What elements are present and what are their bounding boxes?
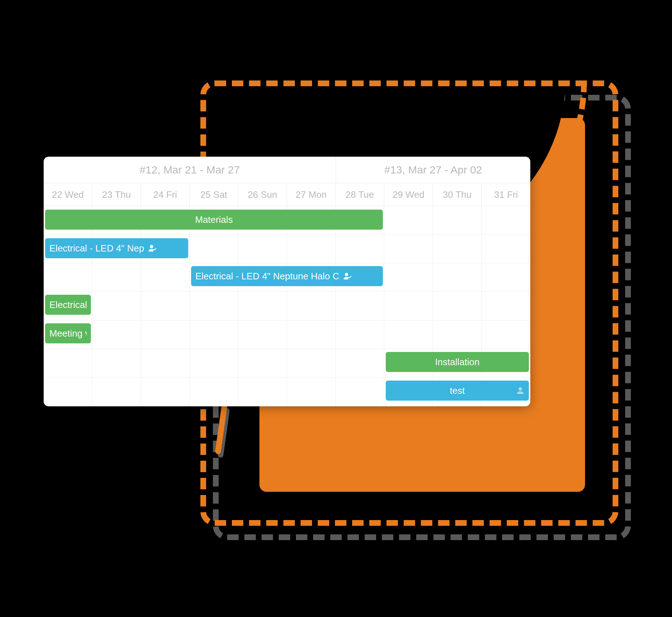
gantt-bar-label: Electrical: [49, 295, 87, 315]
day-col-7[interactable]: 29 Wed: [384, 183, 433, 206]
day-col-2[interactable]: 24 Fri: [141, 183, 190, 206]
gantt-bar-label: test: [450, 381, 465, 401]
day-col-9[interactable]: 31 Fri: [482, 183, 530, 206]
user-check-icon: [343, 271, 353, 281]
gantt-bar-label: Installation: [435, 352, 479, 372]
day-col-1[interactable]: 23 Thu: [92, 183, 141, 206]
gantt-grid[interactable]: Materials Electrical - LED 4" Nep Electr…: [44, 206, 530, 406]
user-icon: [515, 386, 525, 396]
day-col-5[interactable]: 27 Mon: [287, 183, 336, 206]
day-col-8[interactable]: 30 Thu: [433, 183, 482, 206]
gantt-bar-meeting[interactable]: Meeting v: [45, 323, 91, 343]
week-label-2[interactable]: #13, Mar 27 - Apr 02: [336, 157, 530, 183]
week-header: #12, Mar 21 - Mar 27 #13, Mar 27 - Apr 0…: [44, 157, 530, 183]
day-header: 22 Wed 23 Thu 24 Fri 25 Sat 26 Sun 27 Mo…: [44, 183, 530, 206]
day-col-4[interactable]: 26 Sun: [238, 183, 287, 206]
gantt-card: #12, Mar 21 - Mar 27 #13, Mar 27 - Apr 0…: [44, 157, 530, 406]
week-label-1[interactable]: #12, Mar 21 - Mar 27: [44, 157, 336, 183]
gantt-bar-materials[interactable]: Materials: [45, 210, 383, 230]
gantt-bar-test[interactable]: test: [386, 381, 529, 401]
gantt-bar-electrical-2[interactable]: Electrical - LED 4" Neptune Halo C: [191, 266, 383, 286]
gantt-bar-label: Electrical - LED 4" Neptune Halo C: [195, 266, 339, 286]
gantt-bar-installation[interactable]: Installation: [386, 352, 529, 372]
gantt-bar-label: Electrical - LED 4" Nep: [49, 238, 144, 258]
gantt-bar-electrical-1[interactable]: Electrical - LED 4" Nep: [45, 238, 188, 258]
day-col-0[interactable]: 22 Wed: [44, 183, 92, 206]
gantt-bar-label: Meeting v: [49, 323, 87, 343]
user-check-icon: [148, 243, 158, 253]
day-col-6[interactable]: 28 Tue: [336, 183, 384, 206]
gantt-bar-label: Materials: [195, 210, 233, 230]
gantt-bar-electrical-short[interactable]: Electrical: [45, 295, 91, 315]
day-col-3[interactable]: 25 Sat: [190, 183, 238, 206]
